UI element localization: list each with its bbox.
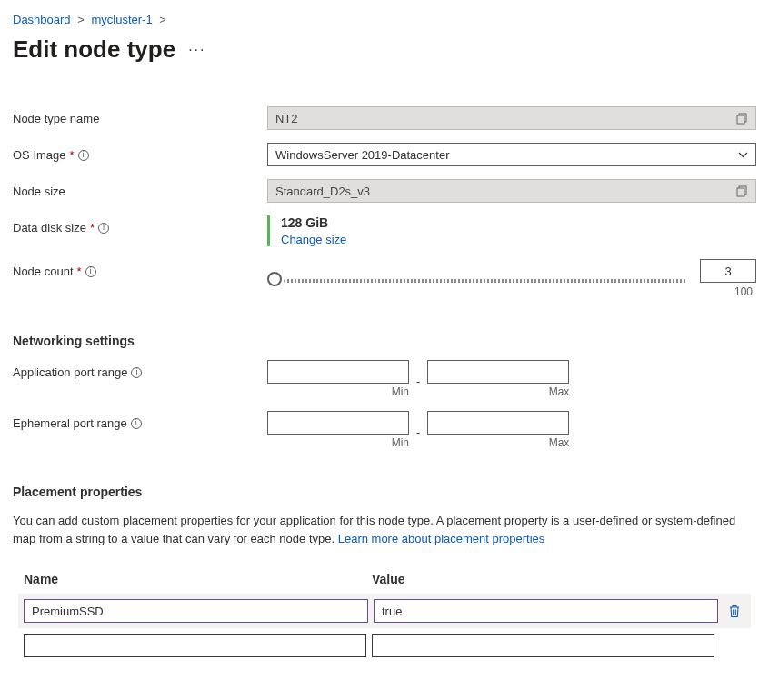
label-node-type-name: Node type name <box>13 106 267 125</box>
slider-track <box>284 279 687 283</box>
change-size-link[interactable]: Change size <box>281 233 346 246</box>
port-label-min: Min <box>267 385 409 398</box>
info-icon[interactable]: i <box>85 266 96 277</box>
placement-value-input[interactable] <box>374 599 718 623</box>
node-type-name-value: NT2 <box>275 112 298 125</box>
table-row <box>18 594 751 628</box>
label-node-count: Node count * i <box>13 259 267 278</box>
port-separator: - <box>416 371 420 388</box>
info-icon[interactable]: i <box>131 367 142 378</box>
node-type-name-field: NT2 <box>267 106 756 130</box>
placement-value-input[interactable] <box>372 634 714 657</box>
svg-rect-1 <box>737 115 744 124</box>
app-port-max-input[interactable] <box>427 360 569 384</box>
node-size-field: Standard_D2s_v3 <box>267 179 756 203</box>
section-networking: Networking settings <box>13 334 756 348</box>
copy-icon[interactable] <box>736 113 748 125</box>
delete-row-button[interactable] <box>724 600 745 622</box>
trash-icon <box>728 605 741 618</box>
port-label-max: Max <box>427 385 569 398</box>
table-row <box>18 628 751 663</box>
breadcrumb: Dashboard > mycluster-1 > <box>13 13 756 26</box>
eph-port-min-input[interactable] <box>267 411 409 435</box>
section-placement: Placement properties <box>13 485 756 499</box>
placement-description: You can add custom placement properties … <box>13 512 756 548</box>
label-app-port-range: Application port range i <box>13 360 267 379</box>
port-separator: - <box>416 422 420 439</box>
os-image-dropdown[interactable]: WindowsServer 2019-Datacenter <box>267 143 756 166</box>
node-count-max: 100 <box>734 285 756 298</box>
placement-name-input[interactable] <box>24 599 368 623</box>
slider-thumb[interactable] <box>267 272 282 286</box>
label-node-size: Node size <box>13 179 267 198</box>
required-marker: * <box>70 148 75 162</box>
breadcrumb-link-dashboard[interactable]: Dashboard <box>13 13 71 26</box>
col-header-name: Name <box>24 572 366 586</box>
node-count-input[interactable] <box>700 259 756 283</box>
port-label-max: Max <box>427 436 569 449</box>
label-os-image: OS Image * i <box>13 143 267 162</box>
copy-icon[interactable] <box>736 185 748 197</box>
required-marker: * <box>90 221 95 235</box>
chevron-down-icon <box>738 152 748 158</box>
data-disk-size-value: 128 GiB <box>281 215 346 230</box>
page-title: Edit node type <box>13 35 175 64</box>
breadcrumb-link-cluster[interactable]: mycluster-1 <box>91 13 152 26</box>
port-label-min: Min <box>267 436 409 449</box>
info-icon[interactable]: i <box>98 223 109 234</box>
node-count-slider[interactable] <box>267 271 687 287</box>
label-data-disk-size: Data disk size * i <box>13 215 267 235</box>
app-port-min-input[interactable] <box>267 360 409 384</box>
placement-learn-more-link[interactable]: Learn more about placement properties <box>338 532 545 545</box>
breadcrumb-sep: > <box>77 13 85 26</box>
node-size-value: Standard_D2s_v3 <box>275 185 370 198</box>
info-icon[interactable]: i <box>131 418 142 429</box>
required-marker: * <box>77 265 82 278</box>
col-header-value: Value <box>372 572 714 586</box>
breadcrumb-sep: > <box>159 13 166 26</box>
more-actions-button[interactable]: ··· <box>188 42 205 58</box>
info-icon[interactable]: i <box>78 150 89 161</box>
eph-port-max-input[interactable] <box>427 411 569 435</box>
placement-name-input[interactable] <box>24 634 366 657</box>
placement-table: Name Value <box>13 566 756 663</box>
os-image-value: WindowsServer 2019-Datacenter <box>275 148 449 162</box>
label-eph-port-range: Ephemeral port range i <box>13 411 267 430</box>
svg-rect-3 <box>737 188 744 196</box>
